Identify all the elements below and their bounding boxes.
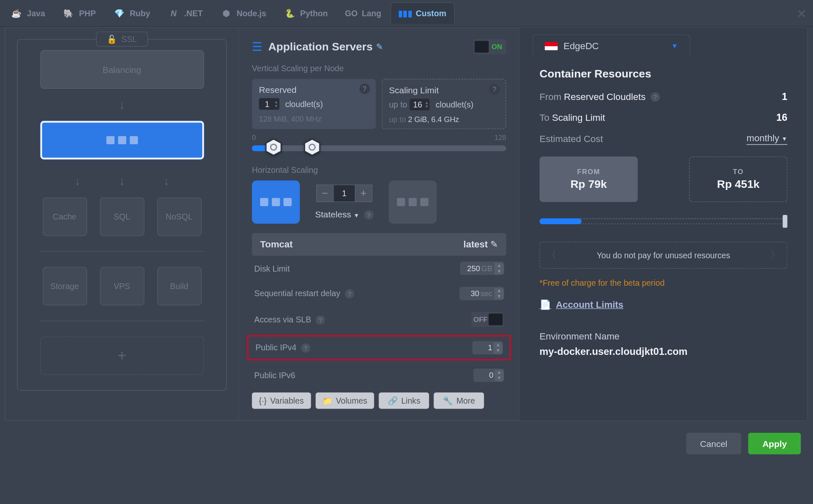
cost-slider: [539, 216, 787, 227]
arrow-down-icon: ↓: [163, 175, 169, 188]
horizontal-scaling-label: Horizontal Scaling: [252, 165, 506, 175]
cost-to-box: TO Rp 451k: [689, 157, 788, 202]
svg-marker-0: [266, 139, 281, 155]
flag-icon: [545, 42, 558, 50]
dotnet-icon: N: [168, 7, 179, 19]
menu-icon[interactable]: ☰: [252, 40, 262, 54]
apply-button[interactable]: Apply: [748, 433, 801, 454]
hscale-add-tile[interactable]: [389, 180, 437, 224]
tab-ruby[interactable]: 💎Ruby: [105, 2, 158, 23]
app-server-node[interactable]: [40, 121, 204, 160]
custom-icon: ▮▮▮: [399, 7, 411, 19]
link-icon: 🔗: [388, 396, 398, 405]
scaling-limit-input[interactable]: ▲▼: [409, 99, 430, 110]
resources-title: Container Resources: [539, 68, 787, 81]
env-name-label: Environment Name: [539, 331, 787, 342]
close-icon[interactable]: ✕: [797, 7, 807, 21]
braces-icon: {·}: [259, 396, 267, 405]
appserver-toggle[interactable]: ON: [474, 39, 507, 54]
help-icon[interactable]: ?: [359, 83, 370, 94]
svg-marker-2: [304, 139, 319, 155]
slb-toggle[interactable]: OFF: [471, 312, 504, 327]
slider-handle-limit[interactable]: [304, 138, 321, 156]
datacenter-dropdown[interactable]: EdgeDC ▼: [532, 35, 690, 57]
chevron-down-icon: ▼: [671, 42, 678, 50]
ruby-icon: 💎: [113, 7, 125, 19]
help-icon[interactable]: ?: [316, 315, 325, 324]
slider-handle-reserved[interactable]: [265, 138, 282, 156]
tab-dotnet[interactable]: N.NET: [160, 2, 211, 23]
section-title: Application Servers: [268, 40, 373, 53]
topology-frame: 🔓SSL Balancing ↓ ↓ ↓ ↓ Cache SQL NoSQL S…: [17, 39, 227, 391]
lang-tabs: ☕Java 🐘PHP 💎Ruby N.NET ⬢Node.js 🐍Python …: [0, 0, 813, 27]
increment-button[interactable]: +: [355, 185, 372, 202]
beta-note: *Free of charge for the beta period: [539, 278, 787, 287]
restart-delay-input[interactable]: sec▲▼: [459, 287, 504, 300]
python-icon: 🐍: [284, 7, 296, 19]
tab-python[interactable]: 🐍Python: [276, 2, 336, 23]
go-icon: GO: [345, 7, 357, 19]
nosql-node[interactable]: NoSQL: [157, 197, 201, 236]
add-layer-button[interactable]: +: [40, 337, 204, 375]
help-icon[interactable]: ?: [489, 84, 499, 95]
cost-from-box: FROM Rp 79k: [539, 157, 638, 202]
help-icon[interactable]: ?: [364, 210, 373, 220]
arrow-down-icon: ↓: [75, 175, 80, 188]
variables-button[interactable]: {·}Variables: [252, 392, 311, 409]
more-button[interactable]: 🔧More: [434, 392, 484, 409]
lock-open-icon: 🔓: [107, 35, 117, 44]
links-button[interactable]: 🔗Links: [379, 392, 429, 409]
build-node[interactable]: Build: [157, 267, 201, 306]
nodejs-icon: ⬢: [220, 7, 232, 19]
tab-nodejs[interactable]: ⬢Node.js: [212, 2, 274, 23]
tab-go[interactable]: GOLang: [337, 2, 389, 23]
scaling-mode-dropdown[interactable]: Stateless ▼ ?: [315, 209, 374, 220]
hscale-active-tile[interactable]: [252, 180, 300, 224]
cloudlet-slider[interactable]: 0 128: [252, 136, 506, 157]
document-icon: 📄: [539, 299, 551, 310]
scaling-limit-card: Scaling Limit ? up to ▲▼ cloudlet(s) up …: [381, 79, 506, 129]
restart-delay-setting: Sequential restart delay ? sec▲▼: [252, 281, 506, 306]
edit-icon[interactable]: ✎: [376, 42, 383, 51]
java-icon: ☕: [10, 7, 22, 19]
env-name-value: my-docker.user.cloudjkt01.com: [539, 346, 787, 358]
volumes-button[interactable]: 📁Volumes: [315, 392, 374, 409]
wrench-icon: 🔧: [443, 396, 453, 405]
cancel-button[interactable]: Cancel: [686, 433, 741, 454]
storage-node[interactable]: Storage: [43, 267, 87, 306]
help-icon[interactable]: ?: [301, 343, 310, 352]
tab-php[interactable]: 🐘PHP: [55, 2, 104, 23]
ipv6-count-input[interactable]: ▲▼: [474, 369, 504, 382]
info-carousel: 〈 You do not pay for unused resources 〉: [539, 242, 787, 268]
disk-limit-input[interactable]: GB▲▼: [460, 262, 504, 275]
public-ipv4-setting: Public IPv4 ? ▲▼: [247, 335, 511, 360]
cache-node[interactable]: Cache: [43, 197, 87, 236]
reserved-cloudlets-input[interactable]: ▲▼: [259, 98, 279, 110]
chevron-left-icon[interactable]: 〈: [547, 249, 556, 261]
disk-limit-setting: Disk Limit GB▲▼: [252, 256, 506, 281]
arrow-down-icon: ↓: [119, 175, 125, 188]
decrement-button[interactable]: −: [316, 185, 334, 202]
vps-node[interactable]: VPS: [100, 267, 144, 306]
folder-icon: 📁: [322, 396, 332, 405]
server-version-bar[interactable]: Tomcat latest ✎: [252, 233, 506, 256]
ipv4-count-input[interactable]: ▲▼: [472, 341, 503, 354]
tab-custom[interactable]: ▮▮▮Custom: [391, 2, 455, 24]
help-icon[interactable]: ?: [650, 92, 660, 102]
hscale-count-stepper[interactable]: − 1 +: [316, 185, 372, 202]
balancing-node[interactable]: Balancing: [40, 50, 204, 89]
reserved-card: Reserved ? ▲▼ cloudlet(s) 128 MiB, 400 M…: [252, 79, 376, 129]
sql-node[interactable]: SQL: [100, 197, 144, 236]
public-ipv6-setting: Public IPv6 ▲▼: [252, 363, 506, 388]
period-dropdown[interactable]: monthly ▼: [746, 133, 787, 145]
edit-icon[interactable]: ✎: [490, 240, 498, 250]
php-icon: 🐘: [63, 7, 74, 19]
arrow-down-icon: ↓: [119, 98, 125, 112]
slb-setting: Access via SLB ? OFF: [252, 306, 506, 333]
help-icon[interactable]: ?: [345, 289, 354, 298]
ssl-toggle[interactable]: 🔓SSL: [96, 32, 148, 47]
tab-java[interactable]: ☕Java: [3, 2, 53, 23]
vertical-scaling-label: Vertical Scaling per Node: [252, 64, 506, 73]
chevron-right-icon[interactable]: 〉: [770, 249, 780, 261]
account-limits-link[interactable]: 📄Account Limits: [539, 299, 623, 310]
